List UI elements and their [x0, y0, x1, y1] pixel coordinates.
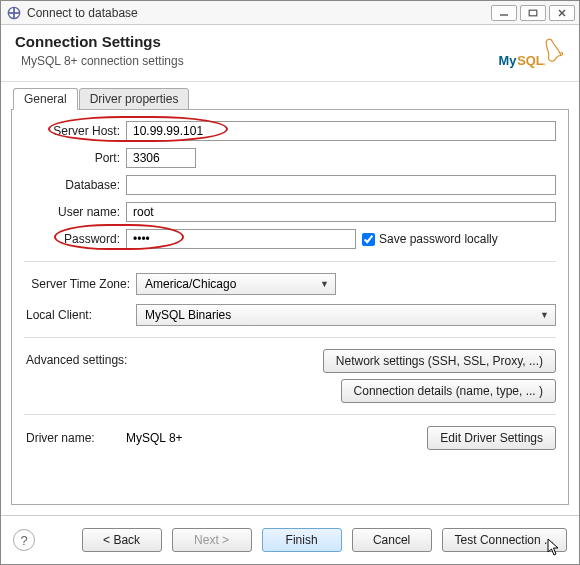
- timezone-value: America/Chicago: [145, 277, 236, 291]
- server-host-input[interactable]: [126, 121, 556, 141]
- local-client-select[interactable]: MySQL Binaries ▼: [136, 304, 556, 326]
- content-area: General Driver properties Server Host: P…: [1, 82, 579, 515]
- label-password: Password:: [24, 232, 120, 246]
- svg-rect-2: [9, 12, 20, 14]
- label-timezone: Server Time Zone:: [24, 277, 130, 291]
- label-database: Database:: [24, 178, 120, 192]
- label-local-client: Local Client:: [24, 308, 130, 322]
- save-password-check-input[interactable]: [362, 233, 375, 246]
- port-input[interactable]: [126, 148, 196, 168]
- maximize-button[interactable]: [520, 5, 546, 21]
- timezone-select[interactable]: America/Chicago ▼: [136, 273, 336, 295]
- label-port: Port:: [24, 151, 120, 165]
- chevron-down-icon: ▼: [540, 310, 549, 320]
- page-subtitle: MySQL 8+ connection settings: [21, 54, 495, 68]
- titlebar: Connect to database: [1, 1, 579, 25]
- network-settings-button[interactable]: Network settings (SSH, SSL, Proxy, ...): [323, 349, 556, 373]
- driver-name-value: MySQL 8+: [126, 431, 421, 445]
- tab-panel-general: Server Host: Port: Database: User name: …: [11, 109, 569, 505]
- database-input[interactable]: [126, 175, 556, 195]
- minimize-button[interactable]: [491, 5, 517, 21]
- tab-bar: General Driver properties: [13, 88, 569, 110]
- separator: [24, 261, 556, 262]
- separator: [24, 337, 556, 338]
- window-title: Connect to database: [27, 6, 488, 20]
- chevron-down-icon: ▼: [320, 279, 329, 289]
- label-driver-name: Driver name:: [24, 431, 120, 445]
- tab-general[interactable]: General: [13, 88, 78, 110]
- local-client-value: MySQL Binaries: [145, 308, 231, 322]
- svg-text:®: ®: [543, 62, 546, 67]
- mysql-logo: My SQL ®: [495, 33, 565, 75]
- svg-text:SQL: SQL: [517, 53, 544, 68]
- separator: [24, 414, 556, 415]
- save-password-label: Save password locally: [379, 232, 498, 246]
- label-username: User name:: [24, 205, 120, 219]
- header: Connection Settings MySQL 8+ connection …: [1, 25, 579, 82]
- password-input[interactable]: [126, 229, 356, 249]
- app-icon: [7, 6, 21, 20]
- next-button[interactable]: Next >: [172, 528, 252, 552]
- svg-text:My: My: [499, 53, 518, 68]
- finish-button[interactable]: Finish: [262, 528, 342, 552]
- connection-details-button[interactable]: Connection details (name, type, ... ): [341, 379, 556, 403]
- edit-driver-settings-button[interactable]: Edit Driver Settings: [427, 426, 556, 450]
- close-button[interactable]: [549, 5, 575, 21]
- label-advanced: Advanced settings:: [24, 349, 134, 367]
- dialog-window: Connect to database Connection Settings …: [0, 0, 580, 565]
- footer: ? < Back Next > Finish Cancel Test Conne…: [1, 515, 579, 564]
- label-server-host: Server Host:: [24, 124, 120, 138]
- help-button[interactable]: ?: [13, 529, 35, 551]
- back-button[interactable]: < Back: [82, 528, 162, 552]
- test-connection-button[interactable]: Test Connection ...: [442, 528, 567, 552]
- save-password-checkbox[interactable]: Save password locally: [362, 232, 498, 246]
- page-title: Connection Settings: [15, 33, 495, 50]
- cancel-button[interactable]: Cancel: [352, 528, 432, 552]
- svg-rect-4: [529, 10, 537, 16]
- username-input[interactable]: [126, 202, 556, 222]
- tab-driver-properties[interactable]: Driver properties: [79, 88, 190, 110]
